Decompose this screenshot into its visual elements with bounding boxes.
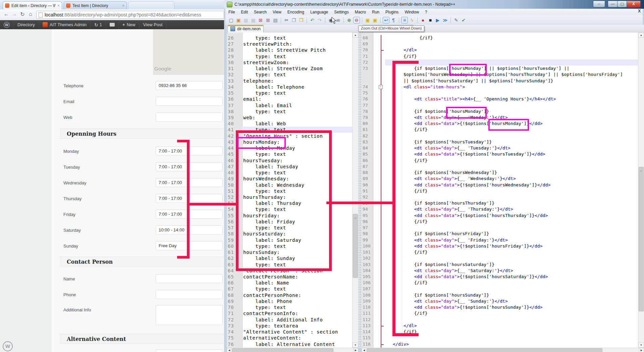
menu-search[interactable]: Search [251, 9, 270, 15]
code-line[interactable]: 79 <dt class="day">{__ 'Monday:'}</dt> [362, 115, 644, 121]
code-line[interactable]: 31 label: StreetView Zoom [227, 65, 358, 72]
field-input-name[interactable] [156, 274, 223, 283]
admin-bar-ait-themes[interactable]: AIT Themes Admin [39, 20, 91, 29]
right-horizontal-scrollbar[interactable]: ◀ ▶ [362, 348, 644, 352]
code-line[interactable]: 43hoursMonday: [227, 139, 358, 145]
code-line[interactable]: || $options['hoursSaturday'] || $options… [362, 78, 644, 84]
code-line[interactable]: 28 label: StreetView Pitch [227, 47, 358, 53]
code-line[interactable]: 103 {if $options['hoursSaturday']} [362, 262, 644, 268]
code-line[interactable]: 39web: [227, 115, 358, 121]
browser-tab[interactable]: Test Item | Directory× [64, 1, 127, 9]
code-line[interactable]: 46hoursTuesday: [227, 158, 358, 164]
print-icon[interactable]: ▤ [272, 17, 279, 24]
notepad-title-bar[interactable]: C:\xampp\htdocs\ait\directory\wp-content… [224, 0, 644, 9]
save-all-icon[interactable]: ▩ [250, 17, 257, 24]
code-line[interactable]: 94 <dt class="day">{__ 'Thursday:'}</dt> [362, 206, 644, 213]
code-line[interactable]: 90 <dd class="data">{!$options['hoursWed… [362, 182, 644, 188]
code-line[interactable]: 76 <dt class="title"><h4>{__ 'Openning H… [362, 96, 644, 102]
scroll-left-icon[interactable]: ◀ [362, 348, 367, 352]
code-line[interactable]: 59 label: Saturday [227, 237, 358, 244]
code-line[interactable]: 71 {/if} [362, 53, 644, 60]
field-input-sunday[interactable]: Free Day [156, 241, 223, 250]
menu-edit[interactable]: Edit [238, 9, 251, 15]
code-line[interactable]: 38 type: text [227, 108, 358, 115]
code-line[interactable]: 80 <dd class="data">{!$options['hoursMon… [362, 121, 644, 127]
menu-view[interactable]: View [270, 9, 284, 15]
code-line[interactable]: 62 label: Sunday [227, 255, 358, 262]
code-line[interactable]: 64"Contact Person" : section [227, 268, 358, 274]
admin-bar-site-name[interactable]: Directory [14, 20, 39, 29]
code-line[interactable]: 112 [362, 317, 644, 323]
code-line[interactable]: 95 <dd class="data">{!$options['hoursThu… [362, 213, 644, 219]
copy-icon[interactable]: ❐ [290, 17, 297, 24]
zoom-in-icon[interactable]: ⊕ [346, 17, 353, 24]
code-line[interactable]: 65contactPersonName: [227, 274, 358, 280]
browser-tab[interactable] [128, 1, 174, 9]
code-line[interactable]: 102 [362, 255, 644, 262]
code-line[interactable]: 83 {if $options['hoursTuesday']} [362, 139, 644, 145]
code-line[interactable]: 42"Openning Hours" : section [227, 133, 358, 139]
hscroll-thumb[interactable] [232, 348, 333, 352]
code-line[interactable]: 106 {/if} [362, 280, 644, 286]
address-bar[interactable]: localhost:88/ait/directory/wp-admin/post… [36, 11, 224, 19]
code-line[interactable]: 87 [362, 164, 644, 170]
field-input-tuesday[interactable]: 7:00 - 17:00 [156, 162, 223, 171]
code-line[interactable]: 34 label: Telephone [227, 84, 358, 90]
paste-icon[interactable]: ❒ [298, 17, 305, 24]
code-line[interactable]: 36email: [227, 96, 358, 102]
code-line[interactable]: 74"Alternative Content" : section [227, 329, 358, 335]
code-line[interactable]: 98 {if $options['hoursFriday']} [362, 231, 644, 237]
maximize-button[interactable]: ▢ [617, 1, 627, 7]
code-line[interactable]: 68contactPersonPhone: [227, 292, 358, 299]
code-line[interactable]: 116</div> [362, 341, 644, 348]
redo-icon[interactable]: ↷ [316, 17, 323, 24]
field-input-friday[interactable]: 7:00 - 17:00 [156, 210, 223, 219]
code-line[interactable]: 35 type: text [227, 90, 358, 96]
replace-icon[interactable]: ab [335, 17, 341, 24]
code-line[interactable]: 70 type: text [227, 304, 358, 311]
code-line[interactable]: 75 [362, 90, 644, 96]
field-input-monday[interactable]: 7:00 - 17:00 [156, 146, 223, 156]
menu-file[interactable]: File [225, 9, 238, 15]
right-scroll-thumb[interactable] [639, 167, 644, 311]
code-line[interactable]: 32 type: text [227, 72, 358, 78]
scroll-up-icon[interactable]: ▲ [638, 33, 644, 38]
code-line[interactable]: 33telephone: [227, 78, 358, 84]
code-line[interactable]: 107 [362, 286, 644, 292]
field-input-email[interactable] [156, 97, 223, 106]
minimize-button[interactable]: — [608, 1, 618, 7]
code-line[interactable]: 97 [362, 225, 644, 231]
code-line[interactable]: 50 label: Wednesday [227, 182, 358, 188]
code-line[interactable]: 48 type: text [227, 170, 358, 176]
code-line[interactable]: 115 [362, 335, 644, 341]
function-list-icon[interactable]: ϟ [409, 17, 415, 24]
menu-settings[interactable]: Settings [331, 9, 352, 15]
wp-logo-icon[interactable]: W [0, 20, 14, 29]
code-line[interactable]: 72 [362, 59, 644, 66]
code-line[interactable]: 88 {if $options['hoursWednesday']} [362, 170, 644, 176]
cut-icon[interactable]: ✂ [283, 17, 290, 24]
code-line[interactable]: 89 <dt class="day">{__ 'Wednesday:'}</dt… [362, 176, 644, 182]
field-input-[interactable] [156, 349, 223, 352]
code-line[interactable]: 93 {if $options['hoursThursday']} [362, 200, 644, 207]
close-button[interactable]: X [627, 1, 641, 7]
menu-plugins[interactable]: Plugins [382, 9, 401, 15]
code-line[interactable]: 99 <dt class="day">{__ 'Friday:'}</dt> [362, 237, 644, 244]
field-input-telephone[interactable]: 0932-86 35 66 [156, 81, 223, 90]
code-line[interactable]: 114 {/if} [362, 329, 644, 335]
postit-icon[interactable]: ▣ [372, 17, 378, 24]
code-line[interactable]: 104 <dt class="day">{__ 'Saturday:'}</dt… [362, 268, 644, 274]
new-file-icon[interactable]: ▢ [228, 17, 234, 24]
code-line[interactable]: 108 {if $options['hoursSunday']} [362, 292, 644, 299]
admin-bar-comments[interactable] [106, 20, 119, 29]
code-line[interactable]: 92 [362, 194, 644, 201]
menu-run[interactable]: Run [369, 9, 382, 15]
code-line[interactable]: 26 type: text [227, 35, 358, 41]
code-line[interactable]: 68 {/if} [362, 35, 644, 41]
code-line[interactable]: 53 label: Thursday [227, 200, 358, 207]
code-line[interactable]: 70 </dl> [362, 47, 644, 53]
admin-bar-new[interactable]: +New [119, 20, 140, 29]
code-line[interactable]: 76 label: Alternative Content [227, 341, 358, 348]
scroll-down-icon[interactable]: ▼ [638, 343, 644, 348]
forward-icon[interactable]: → [11, 11, 18, 17]
